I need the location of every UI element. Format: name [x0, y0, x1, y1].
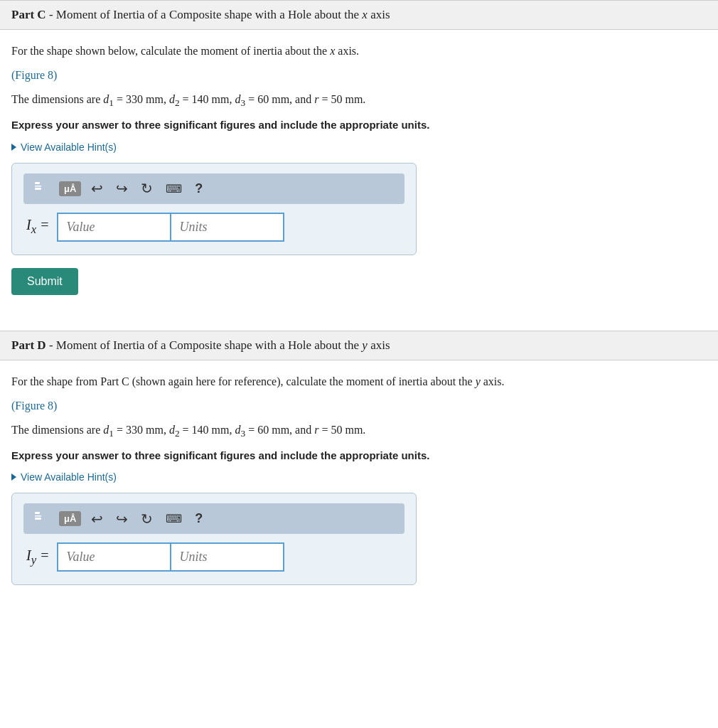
part-c-help-button[interactable]: ? [192, 180, 205, 198]
fraction-svg [33, 179, 49, 195]
part-d-help-button[interactable]: ? [192, 510, 205, 528]
part-d-answer-box: μÅ ↩ ↪ ↻ ⌨ ? Iy = [11, 493, 417, 585]
part-d-toolbar: μÅ ↩ ↪ ↻ ⌨ ? [23, 503, 404, 534]
keyboard-icon: ⌨ [166, 182, 182, 196]
part-d-dimensions: The dimensions are d1 = 330 mm, d2 = 140… [11, 422, 707, 441]
part-d-hint[interactable]: View Available Hint(s) [11, 471, 707, 493]
part-d-label: Part D [11, 338, 46, 352]
part-d-section: Part D - Moment of Inertia of a Composit… [0, 331, 718, 613]
part-c-dash: - [46, 8, 56, 21]
hint-arrow-icon [11, 144, 16, 151]
part-c-hint[interactable]: View Available Hint(s) [11, 141, 707, 163]
part-d-eq-label: Iy = [26, 547, 50, 567]
part-d-value-input[interactable] [57, 542, 171, 572]
part-d-redo-button[interactable]: ↪ [113, 509, 131, 529]
part-d-fraction-icon [33, 509, 49, 528]
part-c-dimensions: The dimensions are d1 = 330 mm, d2 = 140… [11, 91, 707, 110]
part-c-units-input[interactable] [171, 213, 284, 242]
part-c-mu-button[interactable]: μÅ [59, 181, 81, 196]
part-d-refresh-icon: ↻ [141, 510, 153, 528]
part-d-input-row: Iy = [26, 542, 404, 572]
svg-rect-2 [35, 188, 41, 190]
part-d-refresh-button[interactable]: ↻ [138, 509, 156, 529]
part-c-value-input[interactable] [57, 213, 171, 242]
part-c-figure-link[interactable]: (Figure 8) [11, 69, 57, 81]
part-d-hint-arrow-icon [11, 473, 16, 481]
part-d-redo-icon: ↪ [116, 510, 128, 528]
undo-icon: ↩ [91, 180, 103, 197]
part-c-label: Part C [11, 8, 46, 21]
part-c-axis-italic: x [362, 8, 368, 21]
part-c-fraction-button[interactable] [31, 178, 52, 200]
part-c-toolbar: μÅ ↩ ↪ ↻ ⌨ ? [23, 173, 404, 204]
part-c-submit-button[interactable]: Submit [11, 268, 78, 295]
fraction-icon [33, 179, 49, 198]
redo-icon: ↪ [116, 180, 128, 197]
question-icon: ? [195, 181, 203, 196]
part-c-section: Part C - Moment of Inertia of a Composit… [0, 0, 718, 331]
svg-rect-3 [35, 512, 40, 514]
part-d-undo-button[interactable]: ↩ [88, 509, 106, 529]
svg-rect-5 [35, 518, 41, 520]
part-d-intro: For the shape from Part C (shown again h… [11, 373, 707, 390]
part-d-question-icon: ? [195, 511, 203, 526]
part-d-header: Part D - Moment of Inertia of a Composit… [0, 331, 718, 360]
part-d-fraction-svg [33, 509, 49, 525]
part-d-hint-link[interactable]: View Available Hint(s) [11, 471, 117, 483]
part-d-figure-line: (Figure 8) [11, 397, 707, 414]
part-d-instruction: Express your answer to three significant… [11, 448, 707, 464]
part-d-keyboard-icon: ⌨ [166, 512, 182, 525]
part-d-undo-icon: ↩ [91, 510, 103, 528]
svg-rect-0 [35, 182, 40, 184]
svg-rect-4 [35, 515, 41, 517]
part-c-keyboard-button[interactable]: ⌨ [163, 181, 185, 197]
part-c-input-row: Ix = [26, 213, 404, 242]
part-d-hint-label: View Available Hint(s) [21, 471, 117, 483]
part-c-header: Part C - Moment of Inertia of a Composit… [0, 0, 718, 30]
part-c-instruction: Express your answer to three significant… [11, 117, 707, 134]
part-d-fraction-button[interactable] [31, 508, 52, 530]
part-d-mu-button[interactable]: μÅ [59, 511, 81, 526]
part-c-answer-box: μÅ ↩ ↪ ↻ ⌨ ? Ix = [11, 163, 417, 255]
part-d-title-text: Moment of Inertia of a Composite shape w… [56, 338, 390, 352]
part-c-hint-label: View Available Hint(s) [21, 141, 117, 153]
part-d-keyboard-button[interactable]: ⌨ [163, 510, 185, 527]
part-c-title-text: Moment of Inertia of a Composite shape w… [56, 8, 390, 21]
part-c-intro: For the shape shown below, calculate the… [11, 43, 707, 60]
part-c-undo-button[interactable]: ↩ [88, 178, 106, 198]
refresh-icon: ↻ [141, 180, 153, 197]
part-c-eq-label: Ix = [26, 217, 50, 237]
part-d-axis-y: y [476, 375, 481, 387]
svg-rect-1 [35, 186, 41, 187]
part-c-body: For the shape shown below, calculate the… [0, 30, 718, 331]
part-c-figure-line: (Figure 8) [11, 67, 707, 84]
part-c-refresh-button[interactable]: ↻ [138, 178, 156, 198]
part-d-figure-link[interactable]: (Figure 8) [11, 400, 57, 412]
part-d-dash: - [46, 338, 56, 352]
part-d-units-input[interactable] [171, 542, 284, 572]
part-d-axis-italic: y [362, 338, 368, 352]
part-c-redo-button[interactable]: ↪ [113, 178, 131, 198]
part-c-hint-link[interactable]: View Available Hint(s) [11, 141, 117, 153]
part-d-body: For the shape from Part C (shown again h… [0, 360, 718, 613]
